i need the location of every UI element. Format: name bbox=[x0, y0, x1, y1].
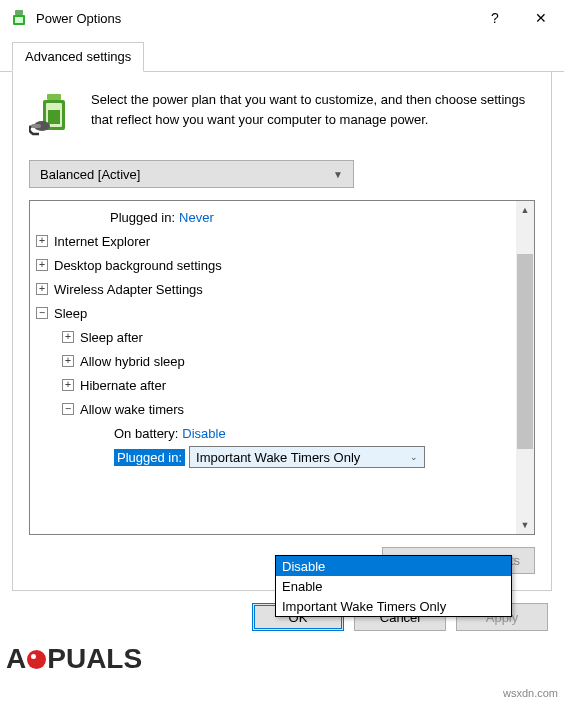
wake-plugged-combo[interactable]: Important Wake Timers Only ⌄ bbox=[189, 446, 425, 468]
expand-icon[interactable]: + bbox=[62, 355, 74, 367]
tab-strip: Advanced settings bbox=[0, 42, 564, 72]
power-options-icon bbox=[10, 9, 28, 27]
expand-icon[interactable]: + bbox=[62, 379, 74, 391]
tree-row-allow-hybrid[interactable]: + Allow hybrid sleep bbox=[30, 349, 534, 373]
intro-row: Select the power plan that you want to c… bbox=[29, 90, 535, 142]
tree-row-wake-on-battery[interactable]: On battery: Disable bbox=[30, 421, 534, 445]
window-title: Power Options bbox=[36, 11, 472, 26]
tree-value-link[interactable]: Disable bbox=[182, 426, 225, 441]
wake-plugged-dropdown: Disable Enable Important Wake Timers Onl… bbox=[275, 555, 512, 617]
scroll-up-icon[interactable]: ▲ bbox=[516, 201, 534, 219]
svg-rect-3 bbox=[47, 94, 61, 100]
svg-rect-0 bbox=[15, 10, 23, 15]
tree-row-hibernate-after[interactable]: + Hibernate after bbox=[30, 373, 534, 397]
battery-plug-icon bbox=[29, 90, 77, 142]
tree-row-wake-plugged-in[interactable]: Plugged in: Important Wake Timers Only ⌄ bbox=[30, 445, 534, 469]
svg-rect-8 bbox=[31, 124, 41, 128]
tree-row-plugged-in-top[interactable]: Plugged in: Never bbox=[30, 205, 534, 229]
tree-row-sleep[interactable]: − Sleep bbox=[30, 301, 534, 325]
scroll-down-icon[interactable]: ▼ bbox=[516, 516, 534, 534]
collapse-icon[interactable]: − bbox=[36, 307, 48, 319]
tree-row-wireless-adapter[interactable]: + Wireless Adapter Settings bbox=[30, 277, 534, 301]
tree-row-allow-wake-timers[interactable]: − Allow wake timers bbox=[30, 397, 534, 421]
scrollbar[interactable]: ▲ ▼ bbox=[516, 201, 534, 534]
titlebar: Power Options ? ✕ bbox=[0, 0, 564, 36]
help-button[interactable]: ? bbox=[472, 2, 518, 34]
settings-tree: Plugged in: Never + Internet Explorer + … bbox=[29, 200, 535, 535]
close-button[interactable]: ✕ bbox=[518, 2, 564, 34]
expand-icon[interactable]: + bbox=[36, 235, 48, 247]
plan-selector[interactable]: Balanced [Active] ▼ bbox=[29, 160, 354, 188]
watermark-logo: APUALS bbox=[6, 643, 142, 675]
dropdown-option-disable[interactable]: Disable bbox=[276, 556, 511, 576]
dropdown-option-important[interactable]: Important Wake Timers Only bbox=[276, 596, 511, 616]
dropdown-option-enable[interactable]: Enable bbox=[276, 576, 511, 596]
svg-rect-6 bbox=[48, 110, 60, 124]
expand-icon[interactable]: + bbox=[36, 259, 48, 271]
tab-panel: Select the power plan that you want to c… bbox=[12, 72, 552, 591]
intro-text: Select the power plan that you want to c… bbox=[91, 90, 535, 142]
expand-icon[interactable]: + bbox=[62, 331, 74, 343]
scroll-track[interactable] bbox=[516, 219, 534, 516]
tree-value-link[interactable]: Never bbox=[179, 210, 214, 225]
tree-row-internet-explorer[interactable]: + Internet Explorer bbox=[30, 229, 534, 253]
tree-row-sleep-after[interactable]: + Sleep after bbox=[30, 325, 534, 349]
tab-advanced-settings[interactable]: Advanced settings bbox=[12, 42, 144, 72]
chevron-down-icon: ▼ bbox=[333, 169, 343, 180]
source-label: wsxdn.com bbox=[503, 687, 558, 699]
svg-rect-2 bbox=[15, 17, 23, 23]
red-dot-icon bbox=[27, 650, 46, 669]
collapse-icon[interactable]: − bbox=[62, 403, 74, 415]
chevron-down-icon: ⌄ bbox=[410, 452, 418, 462]
plan-selector-value: Balanced [Active] bbox=[40, 167, 140, 182]
tree-row-desktop-background[interactable]: + Desktop background settings bbox=[30, 253, 534, 277]
scroll-thumb[interactable] bbox=[517, 254, 533, 449]
expand-icon[interactable]: + bbox=[36, 283, 48, 295]
